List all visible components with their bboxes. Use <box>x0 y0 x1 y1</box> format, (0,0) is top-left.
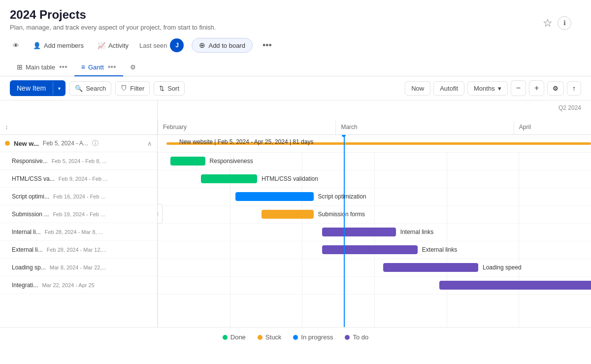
gantt-settings-button[interactable]: ⚙ <box>547 81 564 96</box>
group-color-dot <box>5 141 10 146</box>
group-bar-label: New website | Feb 5, 2024 - Apr 25, 2024… <box>179 138 313 145</box>
group-info-icon[interactable]: ⓘ <box>92 139 98 148</box>
export-button[interactable]: ↑ <box>567 81 581 96</box>
autofit-button[interactable]: Autofit <box>433 81 464 96</box>
activity-button[interactable]: 📈 Activity <box>95 40 131 51</box>
sort-icon: ⇅ <box>159 85 164 92</box>
task-dates: Feb 19, 2024 - Feb ... <box>53 211 105 217</box>
task-name: Submission ... <box>12 211 49 218</box>
settings-tab-button[interactable]: ⚙ <box>127 61 139 74</box>
task-bar-label: Script optimization <box>318 193 366 200</box>
q2-label: Q2 2024 <box>558 104 581 111</box>
task-bar-integration[interactable] <box>439 281 591 290</box>
done-label: Done <box>230 333 246 341</box>
filter-icon: ⛉ <box>121 85 127 92</box>
filter-label: Filter <box>130 85 144 92</box>
task-dates: Feb 16, 2024 - Feb ... <box>53 194 105 199</box>
tab-gantt[interactable]: ≡ Gantt ••• <box>74 59 123 76</box>
avatar: J <box>170 38 184 52</box>
to-do-dot <box>345 335 350 340</box>
star-button[interactable]: ☆ <box>543 16 553 30</box>
group-name: New w... <box>14 140 39 147</box>
plus-circle-icon: ⊕ <box>199 41 205 50</box>
task-dates: Feb 5, 2024 - Feb 8, ... <box>52 158 107 164</box>
page-title: 2024 Projects <box>10 8 216 22</box>
to-do-label: To do <box>353 333 368 341</box>
new-item-label: New Item <box>10 80 53 96</box>
zoom-in-button[interactable]: + <box>529 80 544 96</box>
dropdown-arrow-icon[interactable]: ▾ <box>53 82 66 95</box>
info-button[interactable]: ℹ <box>558 16 571 30</box>
task-row: Internal li... Feb 28, 2024 - Mar 8, ... <box>0 223 157 241</box>
task-bar-submission[interactable] <box>262 210 314 219</box>
sort-label: Sort <box>167 85 179 92</box>
legend-in-progress: In progress <box>293 333 333 341</box>
task-bar-label: Submission forms <box>318 211 365 218</box>
gantt-icon: ≡ <box>81 63 85 71</box>
task-bar-label: External links <box>422 246 457 253</box>
task-name: Internal li... <box>12 229 41 235</box>
task-name: Integrati... <box>12 282 38 289</box>
task-bar-responsiveness[interactable] <box>170 157 205 165</box>
activity-icon: 📈 <box>98 42 105 49</box>
task-dates: Feb 9, 2024 - Feb ... <box>59 176 108 182</box>
task-bar-internal-links[interactable] <box>322 228 396 236</box>
february-label: February <box>158 121 335 134</box>
main-table-more[interactable]: ••• <box>59 63 67 71</box>
group-collapse-icon[interactable]: ∧ <box>147 140 152 147</box>
march-label: March <box>335 121 513 134</box>
search-icon: 🔍 <box>75 85 83 92</box>
april-label: April <box>514 121 591 134</box>
task-row: HTML/CSS va... Feb 9, 2024 - Feb ... <box>0 170 157 188</box>
zoom-out-button[interactable]: − <box>511 80 526 96</box>
task-bar-label: Internal links <box>400 229 433 235</box>
person-icon: 👤 <box>33 42 41 49</box>
filter-button[interactable]: ⛉ Filter <box>115 81 150 96</box>
task-name: HTML/CSS va... <box>12 175 55 182</box>
task-bar-external-links[interactable] <box>322 245 418 254</box>
legend: Done Stuck In progress To do <box>0 327 591 347</box>
sort-button[interactable]: ⇅ Sort <box>154 81 185 96</box>
months-label: Months <box>474 85 495 92</box>
resize-arrows-icon[interactable]: ↕ <box>5 123 8 131</box>
gantt-label: Gantt <box>88 64 104 71</box>
now-button[interactable]: Now <box>405 81 430 96</box>
task-row: Script optimi... Feb 16, 2024 - Feb ... <box>0 188 157 205</box>
search-button[interactable]: 🔍 Search <box>69 81 111 96</box>
more-options-button[interactable]: ••• <box>261 38 274 53</box>
months-dropdown[interactable]: Months ▾ <box>467 81 508 96</box>
legend-stuck: Stuck <box>258 333 282 341</box>
task-row: Submission ... Feb 19, 2024 - Feb ... <box>0 205 157 223</box>
last-seen-label: Last seen <box>139 42 167 49</box>
tab-main-table[interactable]: ⊞ Main table ••• <box>10 59 74 76</box>
new-item-button[interactable]: New Item ▾ <box>10 80 66 96</box>
add-to-board-label: Add to board <box>208 42 245 49</box>
done-dot <box>223 335 228 340</box>
task-dates: Mar 22, 2024 - Apr 25 <box>42 282 94 288</box>
eye-icon: 👁 <box>13 42 19 49</box>
add-members-label: Add members <box>44 42 84 49</box>
task-bar-script[interactable] <box>235 192 313 201</box>
in-progress-label: In progress <box>301 333 333 341</box>
stuck-dot <box>258 335 263 340</box>
legend-to-do: To do <box>345 333 368 341</box>
task-bar-label: Responsiveness <box>210 158 253 165</box>
task-dates: Feb 28, 2024 - Mar 8, ... <box>45 229 103 235</box>
panel-collapse-handle[interactable]: ‹ <box>158 204 163 224</box>
task-bar-html-css[interactable] <box>201 174 257 183</box>
task-group-header: New w... Feb 5, 2024 - A... ⓘ ∧ <box>0 135 157 152</box>
search-label: Search <box>86 85 106 92</box>
add-members-button[interactable]: 👤 Add members <box>30 40 87 51</box>
table-icon: ⊞ <box>17 63 23 71</box>
task-dates: Feb 28, 2024 - Mar 12,... <box>47 247 106 253</box>
task-name: Script optimi... <box>12 193 49 200</box>
activity-label: Activity <box>108 42 129 49</box>
add-to-board-button[interactable]: ⊕ Add to board <box>192 38 252 53</box>
task-name: External li... <box>12 246 43 253</box>
stuck-label: Stuck <box>265 333 282 341</box>
main-table-label: Main table <box>26 64 55 71</box>
gantt-more[interactable]: ••• <box>108 63 116 71</box>
eye-icon-button[interactable]: 👁 <box>10 40 22 51</box>
task-name: Responsive... <box>12 158 48 165</box>
task-bar-loading-speed[interactable] <box>383 263 479 272</box>
